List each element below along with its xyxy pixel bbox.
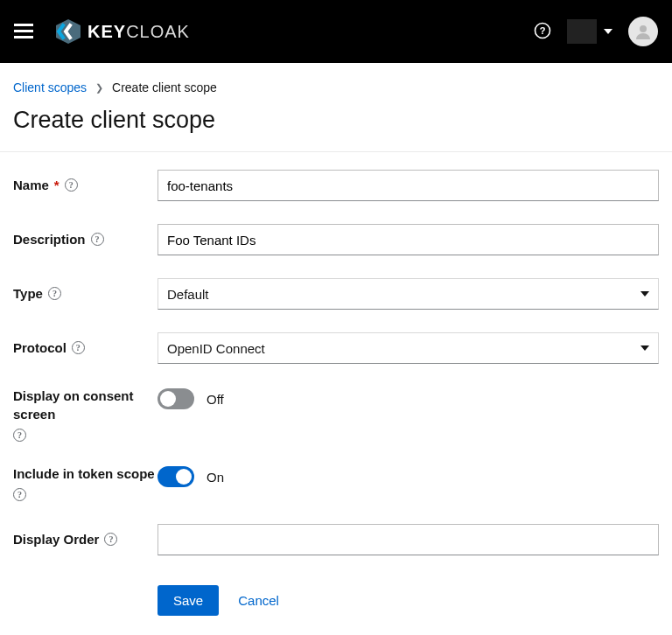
type-label-text: Type (13, 284, 43, 303)
help-icon[interactable]: ? (65, 178, 78, 192)
description-input[interactable] (158, 224, 659, 255)
header-left: Keycloak (14, 19, 190, 44)
save-button[interactable]: Save (158, 585, 219, 616)
chevron-right-icon: ❯ (95, 82, 103, 94)
help-icon[interactable]: ? (534, 22, 551, 42)
help-icon[interactable]: ? (48, 287, 61, 300)
breadcrumb-parent-link[interactable]: Client scopes (13, 80, 87, 94)
keycloak-logo[interactable]: Keycloak (54, 19, 190, 44)
protocol-label: Protocol ? (13, 332, 158, 357)
form-actions: Save Cancel (13, 585, 659, 616)
keycloak-logo-text: Keycloak (88, 22, 190, 42)
protocol-select-value: OpenID Connect (167, 341, 265, 356)
description-label: Description ? (13, 224, 158, 248)
realm-swatch (567, 19, 597, 44)
keycloak-logo-mark-icon (54, 19, 82, 44)
help-icon[interactable]: ? (91, 233, 104, 246)
logo-text-light: cloak (126, 22, 190, 41)
top-header: Keycloak ? (0, 0, 672, 63)
help-icon[interactable]: ? (72, 341, 85, 354)
chevron-down-icon (640, 291, 649, 297)
name-input[interactable] (158, 170, 659, 201)
display-consent-label: Display on consent screen ? (13, 387, 158, 442)
page-title: Create client scope (0, 94, 672, 152)
type-label: Type ? (13, 278, 158, 303)
svg-rect-0 (14, 24, 33, 26)
svg-rect-1 (14, 30, 33, 32)
svg-text:?: ? (540, 25, 546, 36)
include-token-label-text: Include in token scope (13, 464, 155, 483)
type-select-value: Default (167, 287, 209, 302)
realm-selector[interactable] (567, 19, 612, 44)
breadcrumb-current: Create client scope (112, 80, 217, 94)
help-icon[interactable]: ? (13, 429, 26, 442)
include-token-toggle[interactable] (158, 466, 194, 487)
row-protocol: Protocol ? OpenID Connect (13, 332, 659, 364)
include-token-state: On (206, 470, 224, 485)
include-token-label: Include in token scope ? (13, 464, 158, 501)
display-consent-label-text: Display on consent screen (13, 387, 158, 423)
protocol-label-text: Protocol (13, 338, 66, 357)
help-icon[interactable]: ? (104, 533, 117, 546)
hamburger-menu-icon[interactable] (14, 24, 33, 39)
row-display-consent: Display on consent screen ? Off (13, 387, 659, 442)
row-name: Name * ? (13, 170, 659, 201)
display-order-label: Display Order ? (13, 524, 158, 548)
row-include-token: Include in token scope ? On (13, 464, 659, 501)
user-avatar[interactable] (628, 17, 658, 46)
breadcrumb: Client scopes ❯ Create client scope (0, 63, 672, 94)
cancel-button[interactable]: Cancel (238, 585, 279, 616)
logo-text-bold: Key (88, 22, 126, 41)
svg-rect-2 (14, 36, 33, 38)
description-label-text: Description (13, 230, 86, 248)
row-description: Description ? (13, 224, 659, 255)
header-right: ? (534, 17, 658, 46)
display-consent-toggle[interactable] (158, 388, 194, 409)
create-client-scope-form: Name * ? Description ? Type ? Default (0, 152, 672, 635)
svg-point-6 (640, 25, 647, 32)
row-type: Type ? Default (13, 278, 659, 310)
name-label-text: Name (13, 176, 49, 194)
protocol-select[interactable]: OpenID Connect (158, 332, 659, 364)
type-select[interactable]: Default (158, 278, 659, 310)
help-icon[interactable]: ? (13, 488, 26, 501)
name-label: Name * ? (13, 170, 158, 194)
chevron-down-icon (640, 345, 649, 351)
required-asterisk: * (54, 176, 60, 194)
chevron-down-icon (604, 29, 612, 34)
display-order-label-text: Display Order (13, 530, 99, 548)
row-display-order: Display Order ? (13, 524, 659, 555)
display-consent-state: Off (206, 392, 224, 407)
display-order-input[interactable] (158, 524, 659, 555)
